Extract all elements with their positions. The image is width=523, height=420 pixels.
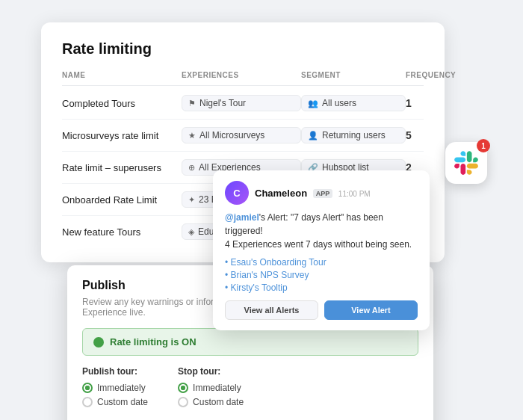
stop-group: Stop tour: Immediately Custom date (178, 366, 244, 411)
table-row: Completed Tours ⚑ Nigel's Tour 👥 All use… (62, 87, 424, 120)
row-name: Onboarded Rate Limit (62, 194, 182, 206)
globe-icon: ⊕ (188, 163, 195, 173)
stop-label: Stop tour: (178, 366, 244, 377)
segment-tag: 👥 All users (301, 95, 406, 111)
notification-body: @jamiel's Alert: "7 days Alert" has been… (225, 211, 418, 251)
publish-options: Publish tour: Immediately Custom date St… (82, 366, 418, 411)
view-alert-button[interactable]: View Alert (324, 300, 418, 320)
radio-immediately-stop[interactable]: Immediately (178, 383, 244, 393)
returning-icon: 👤 (308, 131, 318, 140)
sender-name: Chameleon (255, 188, 307, 199)
exp-icon: ✦ (188, 195, 195, 205)
chameleon-avatar: C (225, 181, 249, 205)
segment-tag: 👤 Returning users (301, 127, 406, 143)
card-title: Rate limiting (62, 40, 424, 58)
radio-custom-publish[interactable]: Custom date (82, 397, 148, 407)
frequency-value: 5 (406, 129, 465, 141)
app-badge: APP (313, 189, 333, 198)
radio-immediately-publish[interactable]: Immediately (82, 383, 148, 393)
tag-icon: ◈ (188, 227, 194, 237)
slack-notification-badge: 1 (477, 139, 490, 152)
link-item[interactable]: Kirsty's Tooltip (225, 282, 418, 293)
row-name: Rate limit – superusers (62, 162, 182, 173)
col-name: NAME (62, 71, 182, 79)
experience-tag: ⚑ Nigel's Tour (182, 95, 301, 111)
radio-custom-publish-circle (82, 397, 93, 407)
mention-text: @jamiel (225, 212, 259, 223)
row-name: New feature Tours (62, 226, 182, 238)
notification-meta: Chameleon APP 11:00 PM (255, 188, 418, 199)
radio-custom-stop-circle (178, 397, 188, 407)
col-experiences: EXPERIENCES (182, 71, 301, 79)
row-name: Microsurveys rate limit (62, 130, 182, 141)
notification-popup: C Chameleon APP 11:00 PM @jamiel's Alert… (213, 170, 430, 330)
rate-limit-banner: Rate limiting is ON (82, 328, 418, 356)
rate-limit-dot (93, 337, 104, 348)
radio-immediately-publish-circle (82, 383, 93, 393)
link-item[interactable]: Esau's Onboarding Tour (225, 257, 418, 268)
notification-header: C Chameleon APP 11:00 PM (225, 181, 418, 205)
flag-icon: ⚑ (188, 99, 196, 108)
publish-label: Publish tour: (82, 366, 148, 377)
experience-tag: ★ All Microsurveys (182, 127, 301, 143)
table-header: NAME EXPERIENCES SEGMENT FREQUENCY (62, 71, 424, 86)
radio-immediately-stop-circle (178, 383, 188, 393)
slack-icon-container: 1 (445, 142, 487, 184)
col-frequency: FREQUENCY (406, 71, 465, 79)
notification-actions: View all Alerts View Alert (225, 300, 418, 320)
publish-group: Publish tour: Immediately Custom date (82, 366, 148, 411)
radio-custom-stop[interactable]: Custom date (178, 397, 244, 407)
users-icon: 👥 (308, 99, 318, 108)
sub-text: 4 Experiences went 7 days without being … (225, 239, 412, 250)
notification-links: Esau's Onboarding Tour Brian's NPS Surve… (225, 257, 418, 293)
frequency-value: 1 (406, 97, 465, 109)
col-segment: SEGMENT (301, 71, 406, 79)
view-all-alerts-button[interactable]: View all Alerts (225, 300, 318, 320)
star-icon: ★ (188, 131, 196, 140)
notification-time: 11:00 PM (338, 190, 371, 198)
rate-limit-text: Rate limiting is ON (110, 336, 196, 348)
table-row: Microsurveys rate limit ★ All Microsurve… (62, 120, 424, 152)
row-name: Completed Tours (62, 98, 182, 109)
link-item[interactable]: Brian's NPS Survey (225, 270, 418, 280)
